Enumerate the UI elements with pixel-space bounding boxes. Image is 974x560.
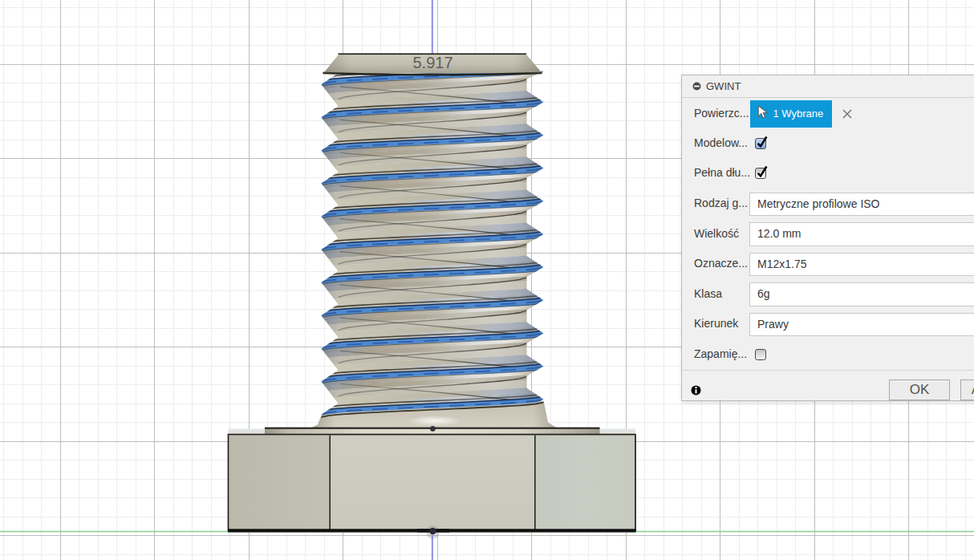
svg-text:5.917: 5.917 — [412, 54, 453, 71]
